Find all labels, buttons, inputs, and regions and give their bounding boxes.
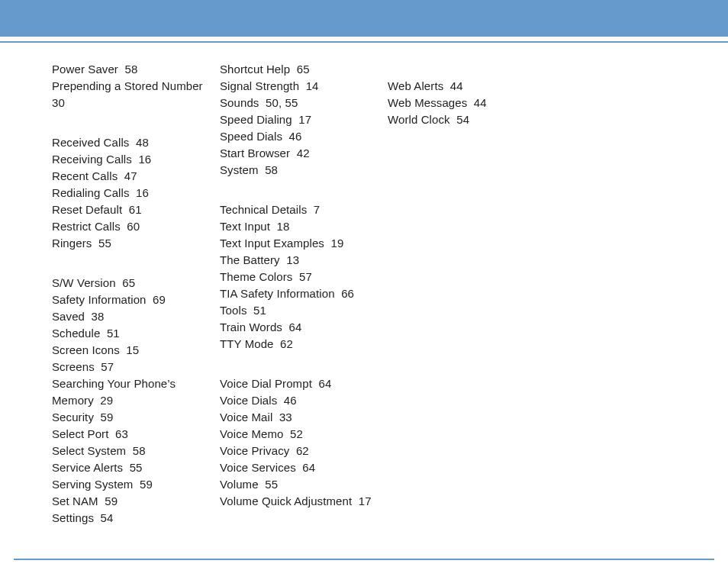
index-term: Shortcut Help — [220, 63, 290, 76]
index-pages: 58 — [133, 444, 146, 457]
index-pages: 61 — [129, 203, 142, 216]
index-term: Voice Services — [220, 461, 296, 474]
index-entry: Sounds 50, 55 — [220, 95, 380, 111]
index-entry: Speed Dialing 17 — [220, 111, 380, 128]
index-pages: 58 — [125, 63, 138, 76]
index-entry: Text Input 18 — [220, 218, 380, 235]
index-term: Volume — [220, 478, 259, 491]
index-entry: Select Port 63 — [52, 426, 212, 443]
index-group: Technical Details 7Text Input 18Text Inp… — [220, 201, 380, 353]
index-pages: 64 — [302, 461, 315, 474]
index-pages: 58 — [265, 163, 278, 176]
index-term: Technical Details — [220, 203, 307, 216]
index-term: Service Alerts — [52, 461, 123, 474]
index-pages: 59 — [105, 494, 118, 507]
index-pages: 64 — [289, 320, 302, 333]
index-entry: Web Alerts 44 — [388, 78, 548, 95]
index-term: Security — [52, 411, 94, 424]
index-pages: 38 — [92, 310, 105, 323]
index-pages: 13 — [286, 253, 299, 266]
index-group: Received Calls 48Receiving Calls 16Recen… — [52, 134, 212, 252]
index-column: Web Alerts 44Web Messages 44World Clock … — [388, 61, 548, 549]
index-pages: 60 — [127, 220, 140, 233]
index-pages: 19 — [331, 237, 344, 250]
index-term: Speed Dialing — [220, 113, 292, 126]
index-pages: 48 — [136, 136, 149, 149]
index-term: S/W Version — [52, 276, 116, 289]
index-term: Train Words — [220, 320, 282, 333]
index-term: Serving System — [52, 478, 133, 491]
index-pages: 33 — [279, 411, 292, 424]
index-pages: 16 — [138, 153, 151, 166]
index-term: Select System — [52, 444, 126, 457]
index-term: Receiving Calls — [52, 153, 132, 166]
index-entry: Web Messages 44 — [388, 95, 548, 111]
index-term: Received Calls — [52, 136, 129, 149]
index-entry: Voice Dial Prompt 64 — [220, 375, 380, 392]
index-entry: Voice Dials 46 — [220, 392, 380, 409]
index-entry: Reset Default 61 — [52, 201, 212, 218]
index-entry: Serving System 59 — [52, 476, 212, 493]
header-bar — [0, 0, 728, 40]
index-pages: 64 — [318, 377, 331, 390]
index-pages: 54 — [456, 113, 469, 126]
index-group: Shortcut Help 65Signal Strength 14Sounds… — [220, 61, 380, 179]
index-entry: Voice Privacy 62 — [220, 443, 380, 459]
index-term: Screens — [52, 360, 95, 373]
index-entry: Start Browser 42 — [220, 145, 380, 162]
index-entry: Theme Colors 57 — [220, 269, 380, 285]
index-term: Ringers — [52, 237, 92, 250]
index-term: Safety Information — [52, 293, 147, 306]
index-term: Start Browser — [220, 147, 290, 159]
index-pages: 17 — [359, 494, 372, 507]
index-pages: 30 — [52, 96, 65, 109]
index-entry: Signal Strength 14 — [220, 78, 380, 95]
index-pages: 29 — [100, 394, 113, 407]
index-term: The Battery — [220, 253, 280, 266]
index-entry: Volume Quick Adjustment 17 — [220, 493, 380, 510]
index-entry: Received Calls 48 — [52, 134, 212, 151]
index-pages: 44 — [474, 96, 487, 109]
index-pages: 52 — [290, 427, 303, 440]
index-entry: Text Input Examples 19 — [220, 235, 380, 252]
index-term: Schedule — [52, 327, 100, 340]
index-pages: 55 — [265, 478, 278, 491]
index-term: Screen Icons — [52, 343, 120, 356]
index-entry: Volume 55 — [220, 476, 380, 493]
index-term: TTY Mode — [220, 337, 274, 350]
index-term: Set NAM — [52, 494, 98, 507]
index-pages: 46 — [289, 130, 302, 143]
index-pages: 18 — [277, 220, 290, 233]
index-pages: 54 — [101, 511, 114, 524]
index-entry: Redialing Calls 16 — [52, 185, 212, 201]
index-group: S/W Version 65Safety Information 69Saved… — [52, 275, 212, 527]
index-entry: Tools 51 — [220, 302, 380, 319]
index-term: System — [220, 163, 259, 176]
index-entry: TTY Mode 62 — [220, 336, 380, 353]
index-entry: TIA Safety Information 66 — [220, 285, 380, 302]
index-term: Voice Dial Prompt — [220, 377, 312, 390]
index-entry: Voice Memo 52 — [220, 426, 380, 443]
index-entry: Technical Details 7 — [220, 201, 380, 218]
index-group: Web Alerts 44Web Messages 44World Clock … — [388, 78, 548, 128]
index-entry: Schedule 51 — [52, 325, 212, 342]
index-term: Power Saver — [52, 63, 118, 76]
index-entry: Saved 38 — [52, 308, 212, 325]
index-pages: 65 — [122, 276, 135, 289]
index-entry: Restrict Calls 60 — [52, 218, 212, 235]
index-entry: Shortcut Help 65 — [220, 61, 380, 78]
index-term: Voice Privacy — [220, 444, 289, 457]
index-term: Reset Default — [52, 203, 122, 216]
index-entry: Ringers 55 — [52, 235, 212, 252]
index-term: Searching Your Phone’s Memory — [52, 377, 179, 407]
index-pages: 69 — [153, 293, 166, 306]
index-pages: 50, 55 — [266, 96, 298, 109]
index-entry: Security 59 — [52, 409, 212, 426]
index-pages: 65 — [297, 63, 310, 76]
index-term: Prepending a Stored Number — [52, 79, 203, 92]
index-entry: Searching Your Phone’s Memory 29 — [52, 375, 212, 409]
index-term: Voice Memo — [220, 427, 284, 440]
index-pages: 59 — [101, 411, 114, 424]
index-pages: 66 — [341, 287, 354, 300]
index-entry: Speed Dials 46 — [220, 128, 380, 145]
